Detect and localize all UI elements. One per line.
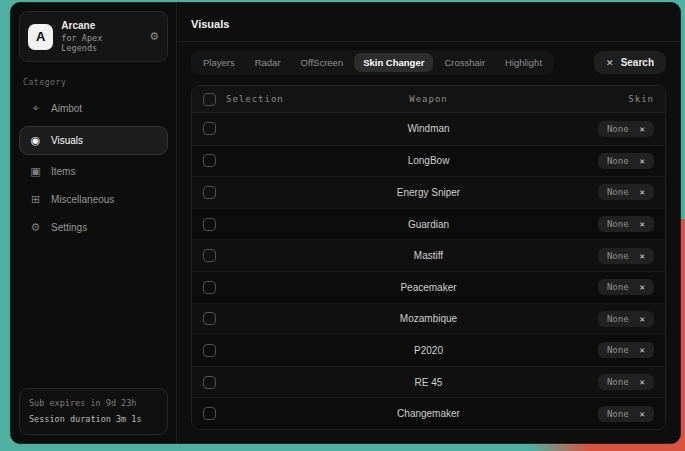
sidebar-item[interactable]: ◉ Visuals [19,126,168,155]
sidebar-nav: ⌖ Aimbot ◉ Visuals ▣ Items ⊞ Miscellaneo… [19,95,168,242]
sidebar-item[interactable]: ▣ Items [19,158,168,185]
tabs-strip: PlayersRadarOffScreenSkin ChangerCrossha… [191,50,554,75]
main-panel: Visuals PlayersRadarOffScreenSkin Change… [177,3,680,443]
weapon-name: LongBow [408,155,450,166]
row-checkbox[interactable] [203,312,216,325]
app-logo: A [28,24,53,50]
skin-select-pill[interactable]: None ✕ [598,153,654,169]
skin-value: None [607,219,629,229]
skin-select-pill[interactable]: None ✕ [598,184,654,200]
table-row: Mozambique None ✕ [192,303,665,335]
weapon-name: Windman [407,123,449,134]
app-meta: Arcane for Apex Legends [61,20,141,53]
category-label: Category [23,78,164,87]
skin-value: None [607,251,629,261]
weapon-name: Guardian [408,219,449,230]
skin-select-pill[interactable]: None ✕ [598,311,654,327]
skin-select-pill[interactable]: None ✕ [598,248,654,264]
table-body: Windman None ✕ LongBow None ✕ [192,113,665,429]
clear-skin-icon[interactable]: ✕ [640,314,645,324]
clear-skin-icon[interactable]: ✕ [640,156,645,166]
app-header-card: A Arcane for Apex Legends ⚙ [19,11,168,62]
row-checkbox[interactable] [203,249,216,262]
skin-select-pill[interactable]: None ✕ [598,279,654,295]
skin-value: None [607,187,629,197]
sidebar: A Arcane for Apex Legends ⚙ Category ⌖ A… [11,3,177,443]
tab[interactable]: Players [194,53,244,72]
tab[interactable]: Skin Changer [354,53,433,72]
row-checkbox[interactable] [203,186,216,199]
skin-value: None [607,345,629,355]
clear-skin-icon[interactable]: ✕ [640,409,645,419]
table-row: RE 45 None ✕ [192,366,665,398]
search-button-icon: ✕ [606,58,614,68]
weapon-name: P2020 [414,345,443,356]
table-row: Energy Sniper None ✕ [192,176,665,208]
main-titlebar: Visuals [177,3,680,42]
skin-select-pill[interactable]: None ✕ [598,121,654,137]
app-subtitle: for Apex Legends [61,33,141,53]
table-row: Guardian None ✕ [192,208,665,240]
skin-value: None [607,156,629,166]
row-checkbox[interactable] [203,122,216,135]
column-weapon: Weapon [409,94,448,104]
sidebar-item[interactable]: ⊞ Miscellaneous [19,186,168,213]
clear-skin-icon[interactable]: ✕ [640,377,645,387]
skin-value: None [607,377,629,387]
sidebar-item-label: Settings [51,222,87,233]
clear-skin-icon[interactable]: ✕ [640,345,645,355]
row-checkbox[interactable] [203,154,216,167]
tab[interactable]: Crosshair [435,53,494,72]
skin-value: None [607,124,629,134]
cube-icon: ▣ [29,166,42,177]
tabs-row: PlayersRadarOffScreenSkin ChangerCrossha… [177,42,680,81]
weapon-name: Peacemaker [400,282,456,293]
page-title: Visuals [191,18,229,30]
table-row: Windman None ✕ [192,113,665,145]
row-checkbox[interactable] [203,376,216,389]
skin-select-pill[interactable]: None ✕ [598,342,654,358]
tab[interactable]: OffScreen [292,53,353,72]
sidebar-item-label: Visuals [51,135,83,146]
settings-gear-icon[interactable]: ⚙ [149,31,159,42]
row-checkbox[interactable] [203,281,216,294]
clear-skin-icon[interactable]: ✕ [640,219,645,229]
tab[interactable]: Radar [246,53,290,72]
skin-select-pill[interactable]: None ✕ [598,406,654,422]
table-row: Mastiff None ✕ [192,239,665,271]
sidebar-item-label: Items [51,166,75,177]
sidebar-item-label: Aimbot [51,103,82,114]
skin-select-pill[interactable]: None ✕ [598,374,654,390]
weapon-name: Changemaker [397,408,460,419]
clear-skin-icon[interactable]: ✕ [640,251,645,261]
crosshair-icon: ⌖ [29,103,42,114]
sidebar-item-label: Miscellaneous [51,194,114,205]
weapon-name: Mastiff [414,250,443,261]
skin-value: None [607,409,629,419]
app-window: A Arcane for Apex Legends ⚙ Category ⌖ A… [10,2,681,444]
session-duration-text: Session duration 3m 1s [29,412,158,427]
sidebar-item[interactable]: ⌖ Aimbot [19,95,168,122]
search-button[interactable]: ✕ Search [594,51,666,74]
skin-value: None [607,282,629,292]
row-checkbox[interactable] [203,344,216,357]
clear-skin-icon[interactable]: ✕ [640,282,645,292]
eye-icon: ◉ [29,135,42,146]
sidebar-item[interactable]: ⚙ Settings [19,214,168,241]
select-all-checkbox[interactable] [203,93,216,106]
sub-expiry-text: Sub expires in 9d 23h [29,396,158,411]
clear-skin-icon[interactable]: ✕ [640,124,645,134]
weapon-name: Energy Sniper [397,187,460,198]
clear-skin-icon[interactable]: ✕ [640,187,645,197]
skin-select-pill[interactable]: None ✕ [598,216,654,232]
row-checkbox[interactable] [203,218,216,231]
table-row: P2020 None ✕ [192,334,665,366]
table-row: Changemaker None ✕ [192,397,665,429]
tab[interactable]: Highlight [496,53,551,72]
column-skin: Skin [628,94,654,104]
skin-table: Selection Weapon Skin Windman None ✕ L [191,85,666,430]
grid-icon: ⊞ [29,194,42,205]
row-checkbox[interactable] [203,407,216,420]
skin-value: None [607,314,629,324]
weapon-name: RE 45 [415,377,443,388]
